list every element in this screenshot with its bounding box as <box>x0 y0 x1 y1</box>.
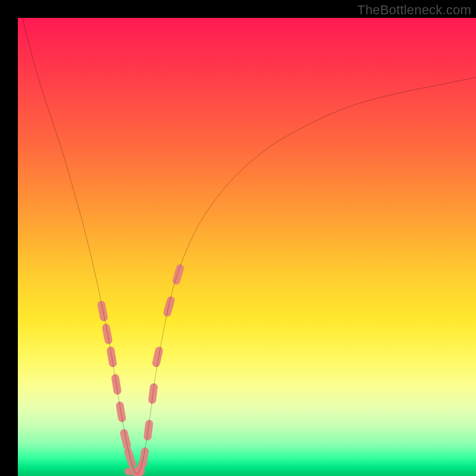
curve-marker <box>148 424 149 436</box>
curve-marker <box>177 268 180 281</box>
curve-marker <box>124 433 127 446</box>
marker-group <box>101 268 180 476</box>
curve-marker <box>143 452 145 464</box>
chart-frame: TheBottleneck.com <box>0 0 476 476</box>
plot-area <box>18 18 476 476</box>
curve-svg <box>18 18 476 476</box>
bottleneck-curve <box>23 18 476 474</box>
curve-marker <box>101 305 104 317</box>
curve-marker <box>167 300 171 313</box>
curve-marker <box>106 328 108 340</box>
attribution-text: TheBottleneck.com <box>357 2 471 18</box>
